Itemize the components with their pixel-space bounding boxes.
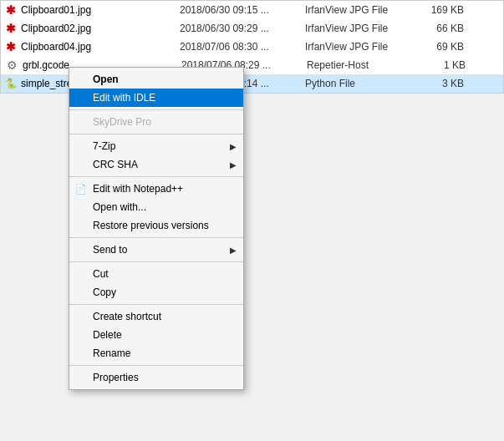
menu-item-label: 7-Zip xyxy=(93,140,115,152)
menu-item-cut[interactable]: Cut xyxy=(69,265,243,283)
file-name: Clipboard02.jpg xyxy=(21,23,180,34)
file-date: 2018/07/06 08:30 ... xyxy=(180,41,305,53)
menu-item-label: Copy xyxy=(93,286,116,298)
context-menu: OpenEdit with IDLESkyDrive Pro7-Zip▶CRC … xyxy=(69,67,244,390)
menu-item-open[interactable]: Open xyxy=(69,70,243,89)
gcode-icon xyxy=(4,58,19,73)
file-row[interactable]: Clipboard02.jpg 2018/06/30 09:29 ... Irf… xyxy=(1,19,503,38)
file-date: 2018/06/30 09:29 ... xyxy=(180,23,305,34)
menu-item-7-zip[interactable]: 7-Zip▶ xyxy=(69,137,243,155)
menu-item-delete[interactable]: Delete xyxy=(69,326,243,344)
menu-item-rename[interactable]: Rename xyxy=(69,344,243,362)
notepad-icon xyxy=(74,182,88,195)
submenu-arrow: ▶ xyxy=(230,246,237,255)
menu-item-label: Rename xyxy=(93,347,130,359)
menu-item-label: Delete xyxy=(93,329,122,341)
menu-separator xyxy=(69,176,243,177)
irfan-icon xyxy=(4,22,18,35)
menu-item-label: Edit with IDLE xyxy=(93,92,155,104)
menu-item-label: Open with... xyxy=(93,201,146,213)
menu-item-properties[interactable]: Properties xyxy=(69,368,243,387)
menu-separator xyxy=(69,237,243,238)
file-size: 3 KB xyxy=(414,78,464,89)
file-type: IrfanView JPG File xyxy=(305,4,414,16)
file-size: 1 KB xyxy=(415,59,466,71)
menu-item-label: Open xyxy=(93,74,119,85)
menu-separator xyxy=(69,304,243,305)
submenu-arrow: ▶ xyxy=(230,142,237,151)
menu-item-label: Send to xyxy=(93,244,127,256)
file-row[interactable]: Clipboard01.jpg 2018/06/30 09:15 ... Irf… xyxy=(1,1,503,19)
menu-item-label: Edit with Notepad++ xyxy=(93,183,183,195)
menu-item-skydrive-pro: SkyDrive Pro xyxy=(69,113,243,131)
file-size: 69 KB xyxy=(414,41,464,53)
file-name: Clipboard01.jpg xyxy=(21,4,180,16)
submenu-arrow: ▶ xyxy=(230,160,237,170)
file-size: 169 KB xyxy=(414,4,464,16)
menu-item-open-with[interactable]: Open with... xyxy=(69,198,243,216)
menu-item-label: Restore previous versions xyxy=(93,220,209,231)
file-type: IrfanView JPG File xyxy=(305,23,414,34)
irfan-icon xyxy=(4,40,18,53)
file-name: Clipboard04.jpg xyxy=(21,41,180,53)
menu-item-label: SkyDrive Pro xyxy=(93,116,151,128)
menu-item-edit-with-notepad[interactable]: Edit with Notepad++ xyxy=(69,180,243,198)
file-size: 66 KB xyxy=(414,23,464,34)
file-type: Python File xyxy=(305,78,414,89)
menu-item-label: Create shortcut xyxy=(93,311,161,322)
menu-item-crc-sha[interactable]: CRC SHA▶ xyxy=(69,155,243,174)
menu-separator xyxy=(69,365,243,366)
menu-separator xyxy=(69,261,243,262)
menu-item-edit-with-idle[interactable]: Edit with IDLE xyxy=(69,89,243,107)
irfan-icon xyxy=(4,3,18,17)
menu-item-label: CRC SHA xyxy=(93,159,138,170)
menu-item-create-shortcut[interactable]: Create shortcut xyxy=(69,307,243,326)
file-type: IrfanView JPG File xyxy=(305,41,414,53)
file-date: 2018/06/30 09:15 ... xyxy=(180,4,305,16)
python-icon xyxy=(4,77,18,90)
file-type: Repetier-Host xyxy=(307,59,415,71)
menu-item-label: Properties xyxy=(93,372,139,383)
file-row[interactable]: Clipboard04.jpg 2018/07/06 08:30 ... Irf… xyxy=(1,38,503,56)
menu-item-restore-previous-versions[interactable]: Restore previous versions xyxy=(69,216,243,235)
menu-separator xyxy=(69,109,243,110)
menu-item-send-to[interactable]: Send to▶ xyxy=(69,241,243,259)
menu-item-copy[interactable]: Copy xyxy=(69,283,243,302)
menu-item-label: Cut xyxy=(93,268,109,280)
menu-separator xyxy=(69,134,243,134)
